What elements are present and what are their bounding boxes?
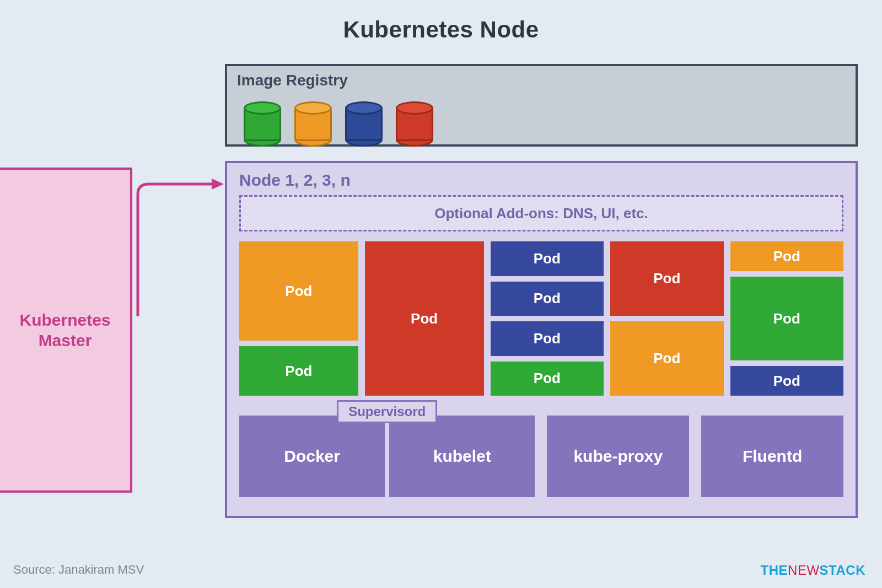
cylinder-blue-icon [345,101,383,147]
pod-green: Pod [730,277,843,360]
pod-green: Pod [239,346,358,396]
pod-orange: Pod [610,321,723,396]
service-kube-proxy: kube-proxy [547,416,689,497]
service-docker: Docker [239,416,385,497]
pod-column: Pod [365,241,484,396]
diagram-title: Kubernetes Node [0,17,882,43]
source-credit: Source: Janakiram MSV [13,563,144,577]
node-box: Node 1, 2, 3, n Optional Add-ons: DNS, U… [225,161,858,518]
image-registry-box: Image Registry [225,64,858,147]
svg-marker-0 [212,179,224,190]
service-fluentd: Fluentd [701,416,843,497]
brand-part-1: THE [761,563,788,578]
pod-orange: Pod [239,241,358,341]
kubernetes-master-box: KubernetesMaster [0,168,132,493]
image-registry-title: Image Registry [237,72,846,89]
pod-blue: Pod [491,241,604,276]
brand-logo: THENEWSTACK [761,563,865,578]
pod-orange: Pod [730,241,843,271]
pod-blue: Pod [491,282,604,316]
kubernetes-master-label: KubernetesMaster [19,310,110,351]
node-title: Node 1, 2, 3, n [239,171,843,190]
registry-cylinders [244,101,433,147]
pod-column: Pod Pod Pod [730,241,843,396]
pods-area: Pod Pod Pod Pod Pod Pod Pod Pod Pod Pod … [239,241,843,396]
service-kubelet: kubelet [389,416,535,497]
pod-column: Pod Pod [610,241,723,396]
node-services-row: Supervisord Docker kubelet kube-proxy Fl… [239,416,843,497]
pod-column: Pod Pod [239,241,358,396]
supervisord-label: Supervisord [337,400,437,423]
brand-part-2: NEW [788,563,820,578]
optional-addons-box: Optional Add-ons: DNS, UI, etc. [239,195,843,231]
cylinder-red-icon [396,101,433,147]
pod-red: Pod [610,241,723,316]
cylinder-green-icon [244,101,281,147]
pod-green: Pod [491,362,604,396]
cylinder-orange-icon [294,101,332,147]
arrow-master-to-node-icon [132,162,225,316]
supervisord-group: Supervisord Docker kubelet [239,416,535,497]
pod-blue: Pod [491,321,604,356]
pod-red: Pod [365,241,484,396]
pod-column: Pod Pod Pod Pod [491,241,604,396]
pod-blue: Pod [730,366,843,396]
brand-part-3: STACK [820,563,865,578]
